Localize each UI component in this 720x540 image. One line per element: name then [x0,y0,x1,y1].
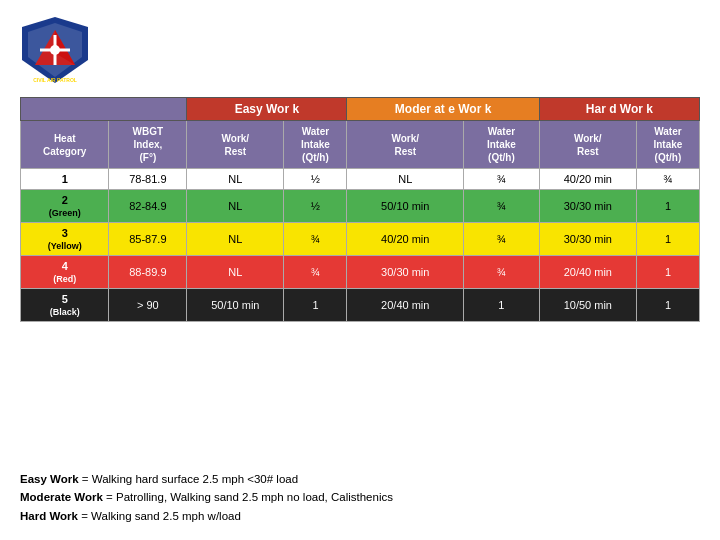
cell-heat-cat: 2(Green) [21,190,109,223]
sub-header-row: HeatCategory WBGTIndex,(F°) Work/Rest Wa… [21,121,700,169]
cell-easy-wi: ½ [284,190,347,223]
table-row: 3(Yellow) 85-87.9 NL ¾ 40/20 min ¾ 30/30… [21,223,700,256]
cell-heat-cat: 4(Red) [21,256,109,289]
easy-work-header: Easy Wor k [187,98,347,121]
category-header-row: Easy Wor k Moder at e Wor k Har d Wor k [21,98,700,121]
col-mod-wi: WaterIntake(Qt/h) [464,121,540,169]
page: CIVIL AIR PATROL Easy Wor k Moder at e W… [0,0,720,540]
header: CIVIL AIR PATROL [20,15,700,85]
cell-heat-cat: 5(Black) [21,289,109,322]
col-wbgt: WBGTIndex,(F°) [109,121,187,169]
cell-mod-wr: NL [347,169,464,190]
cell-easy-wi: ½ [284,169,347,190]
cell-hard-wr: 40/20 min [539,169,636,190]
col-easy-wr: Work/Rest [187,121,284,169]
cell-easy-wr: NL [187,256,284,289]
cell-easy-wi: 1 [284,289,347,322]
cell-wbgt: 78-81.9 [109,169,187,190]
col-hard-wr: Work/Rest [539,121,636,169]
cell-mod-wi: ¾ [464,223,540,256]
cell-heat-cat: 1 [21,169,109,190]
footnote-easy: Easy Work = Walking hard surface 2.5 mph… [20,470,700,488]
cell-hard-wi: 1 [636,256,699,289]
cell-hard-wi: 1 [636,289,699,322]
cell-mod-wi: ¾ [464,256,540,289]
table-row: 1 78-81.9 NL ½ NL ¾ 40/20 min ¾ [21,169,700,190]
cell-mod-wi: ¾ [464,190,540,223]
cell-mod-wr: 40/20 min [347,223,464,256]
table-container: Easy Wor k Moder at e Wor k Har d Wor k … [20,97,700,460]
col-hard-wi: WaterIntake(Qt/h) [636,121,699,169]
table-body: 1 78-81.9 NL ½ NL ¾ 40/20 min ¾ 2(Green)… [21,169,700,322]
svg-text:CIVIL AIR PATROL: CIVIL AIR PATROL [33,77,77,83]
cell-mod-wr: 20/40 min [347,289,464,322]
cell-hard-wr: 30/30 min [539,223,636,256]
cell-easy-wr: NL [187,223,284,256]
cell-wbgt: 85-87.9 [109,223,187,256]
cell-easy-wr: 50/10 min [187,289,284,322]
footnotes: Easy Work = Walking hard surface 2.5 mph… [20,470,700,525]
cell-easy-wi: ¾ [284,256,347,289]
footnote-moderate: Moderate Work = Patrolling, Walking sand… [20,488,700,506]
col-mod-wr: Work/Rest [347,121,464,169]
cell-mod-wi: 1 [464,289,540,322]
table-row: 5(Black) > 90 50/10 min 1 20/40 min 1 10… [21,289,700,322]
cell-hard-wr: 30/30 min [539,190,636,223]
cell-hard-wi: 1 [636,223,699,256]
cell-mod-wr: 50/10 min [347,190,464,223]
cell-easy-wr: NL [187,190,284,223]
cell-mod-wi: ¾ [464,169,540,190]
cell-wbgt: 82-84.9 [109,190,187,223]
table-row: 4(Red) 88-89.9 NL ¾ 30/30 min ¾ 20/40 mi… [21,256,700,289]
cell-heat-cat: 3(Yellow) [21,223,109,256]
table-row: 2(Green) 82-84.9 NL ½ 50/10 min ¾ 30/30 … [21,190,700,223]
hard-work-header: Har d Wor k [539,98,699,121]
cell-mod-wr: 30/30 min [347,256,464,289]
cell-wbgt: > 90 [109,289,187,322]
cell-hard-wi: 1 [636,190,699,223]
cell-wbgt: 88-89.9 [109,256,187,289]
footnote-hard: Hard Work = Walking sand 2.5 mph w/load [20,507,700,525]
cell-hard-wr: 20/40 min [539,256,636,289]
cell-easy-wi: ¾ [284,223,347,256]
empty-header [21,98,187,121]
cell-hard-wr: 10/50 min [539,289,636,322]
col-heat-cat: HeatCategory [21,121,109,169]
cell-hard-wi: ¾ [636,169,699,190]
logo-icon: CIVIL AIR PATROL [20,15,90,85]
moderate-work-header: Moder at e Wor k [347,98,539,121]
work-rest-table: Easy Wor k Moder at e Wor k Har d Wor k … [20,97,700,322]
cell-easy-wr: NL [187,169,284,190]
col-easy-wi: WaterIntake(Qt/h) [284,121,347,169]
